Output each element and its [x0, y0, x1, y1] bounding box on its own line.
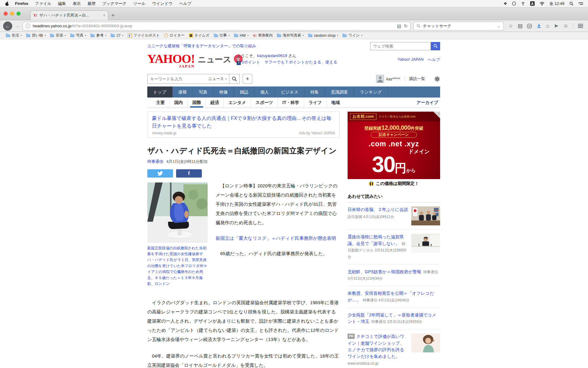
reader-mode-icon[interactable]: ▤	[397, 23, 401, 29]
related-thumbnail[interactable]	[411, 206, 440, 225]
bookmark-folder-wine[interactable]: ワイン▾	[340, 33, 364, 38]
nav-tab-ranking[interactable]: ランキング	[354, 86, 388, 98]
home-icon[interactable]: ⌂	[546, 23, 549, 29]
menu-hamburger-icon[interactable]	[578, 24, 583, 28]
input-source-icon[interactable]: A	[530, 1, 535, 6]
ad-info-icon[interactable]: i	[433, 112, 440, 118]
menubar-item-file[interactable]: ファイル	[32, 1, 55, 6]
menubar-item-view[interactable]: 表示	[70, 1, 84, 6]
facebook-share-button[interactable]: f	[176, 169, 202, 178]
menubar-item-history[interactable]: 履歴	[84, 1, 99, 6]
add-search-button[interactable]: +	[243, 74, 252, 84]
menubar-item-help[interactable]: ヘルプ	[176, 1, 195, 6]
photo-caption[interactable]: 新国立競技場の白紙撤回された当初案を手掛けた英国の女性建築家ザハ・ハディド氏が３…	[147, 245, 208, 287]
subnav-life[interactable]: ライフ	[304, 98, 327, 108]
subnav-international[interactable]: 国際	[188, 98, 206, 108]
related-link[interactable]: 日米韓の首脳、２年ぶりに会談	[348, 207, 408, 212]
subnav-economy[interactable]: 経済	[206, 98, 224, 108]
window-zoom-button[interactable]	[17, 12, 21, 16]
yahoo-news-logo[interactable]: YAHOO!JAPAN ニュース 20	[147, 53, 243, 69]
user-id[interactable]: kaz*****	[386, 77, 400, 81]
related-thumbnail[interactable]	[411, 234, 440, 253]
twitter-share-button[interactable]	[147, 169, 173, 178]
related-link[interactable]: 北朝鮮、GPS妨害か＝韓国政府が警報	[348, 269, 421, 274]
url-bar[interactable]: i headlines.yahoo.co.jp/hl?a=20160401-00…	[23, 22, 411, 30]
nav-tab-magazine[interactable]: 雑誌	[234, 86, 254, 98]
reload-icon[interactable]: ↻	[404, 23, 408, 29]
bookmark-times[interactable]: タイムズ	[187, 33, 212, 38]
nav-tab-video[interactable]: 映像	[213, 86, 234, 98]
subnav-main[interactable]: 主要	[152, 98, 170, 108]
sidebar-ad-banner[interactable]: お名前.com ドメイン取るならお名前.com i 登録実績12,000,000…	[348, 112, 440, 188]
downloads-icon[interactable]	[537, 24, 541, 29]
search-category-dropdown[interactable]: ニュース▾	[206, 76, 229, 82]
new-tab-button[interactable]: +	[108, 11, 118, 20]
news-search-input[interactable]	[148, 77, 206, 81]
avatar[interactable]	[376, 75, 384, 83]
bookmark-folder-27[interactable]: 27▾	[108, 33, 125, 38]
wifi-icon[interactable]	[540, 2, 545, 6]
bookmark-folder-work[interactable]: 仕事▾	[212, 33, 232, 38]
bookmark-folder-reference[interactable]: 参考▾	[88, 33, 108, 38]
tab-close-icon[interactable]: ×	[103, 13, 105, 18]
bookmark-star-icon[interactable]: ☆	[508, 23, 513, 29]
points-link[interactable]: 0ポイント	[242, 60, 260, 64]
notification-center-icon[interactable]	[579, 2, 583, 5]
nav-tab-photo[interactable]: 写真	[193, 86, 213, 98]
article-photo[interactable]	[147, 182, 208, 243]
bookmark-folder-photo[interactable]: 写真▾	[68, 33, 88, 38]
bookmark-reuters[interactable]: ロイター	[162, 33, 187, 38]
archive-link[interactable]: アーカイブ	[417, 100, 438, 105]
nav-tab-personal[interactable]: 個人	[254, 86, 275, 98]
bookmark-filepost[interactable]: Fファイルポスト	[126, 33, 162, 38]
subnav-entertainment[interactable]: エンタメ	[224, 98, 251, 108]
subnav-sports[interactable]: スポーツ	[251, 98, 278, 108]
menubar-item-bookmarks[interactable]: ブックマーク	[99, 1, 130, 6]
menubar-clock[interactable]: 金 12:49	[549, 1, 564, 6]
browser-search-bar[interactable]: チャットサーク →	[413, 22, 504, 30]
bookmark-folder-photographers[interactable]: 海外写真家▾	[275, 33, 306, 38]
back-button[interactable]: ←	[3, 21, 12, 31]
gear-icon[interactable]	[434, 76, 440, 82]
subscriptions-link[interactable]: 購読一覧	[409, 76, 425, 82]
nav-tab-feature[interactable]: 特集	[304, 86, 325, 98]
apple-icon[interactable]	[5, 1, 9, 6]
web-search-input[interactable]	[370, 42, 431, 50]
dropbox-icon[interactable]: ❖	[503, 1, 507, 6]
window-minimize-button[interactable]	[10, 12, 14, 16]
subnav-it-science[interactable]: IT・科学	[278, 98, 304, 108]
bookmark-folder-music[interactable]: 音楽▾	[48, 33, 68, 38]
menubar-item-firefox[interactable]: Firefox	[12, 1, 32, 6]
reading-list-icon[interactable]: ▤	[518, 23, 522, 29]
help-link[interactable]: ヘルプ	[428, 57, 440, 63]
browser-tab[interactable]: Y! ザハ・ハディド氏死去＝白... ×	[30, 10, 108, 20]
search-go-icon[interactable]: →	[496, 23, 501, 29]
share-icon[interactable]	[554, 24, 559, 28]
points-note-link[interactable]: ヤフーでもＴポイントがたまる、使える	[264, 60, 337, 64]
bookmark-folder-hw[interactable]: HW▾	[232, 33, 251, 38]
pr-thumbnail[interactable]	[411, 333, 440, 352]
subnav-domestic[interactable]: 国内	[170, 98, 188, 108]
menubar-item-tools[interactable]: ツール	[130, 1, 149, 6]
web-search-button[interactable]	[431, 42, 440, 50]
site-info-icon[interactable]: i	[26, 24, 30, 28]
creative-cloud-icon[interactable]	[512, 2, 516, 6]
nav-tab-survey[interactable]: 意識調査	[325, 86, 354, 98]
pr-link[interactable]: クチコミで評価が高いワイン｜老舗ワインショップ、エノテカで抜群の評判を誇るワイン…	[348, 334, 404, 359]
menubar-item-window[interactable]: ウインドウ	[149, 1, 176, 6]
nav-tab-flash[interactable]: 速報	[172, 86, 193, 98]
yahoo-japan-link[interactable]: Yahoo! JAPAN	[398, 57, 424, 63]
related-link[interactable]: 選抜出場校に怒鳴った滋賀県議、会見で「謝罪しない」	[348, 234, 404, 246]
window-close-button[interactable]	[4, 12, 8, 16]
forward-button[interactable]: →	[15, 23, 20, 29]
bookmark-folder-life[interactable]: 生活▾	[4, 33, 24, 38]
bookmark-folder-shopping[interactable]: 買い物▾	[24, 33, 48, 38]
nav-tab-top[interactable]: トップ	[147, 86, 172, 98]
feedback-smiley-icon[interactable]: ☺	[563, 23, 568, 29]
pocket-icon[interactable]	[527, 24, 532, 29]
menubar-item-edit[interactable]: 編集	[55, 1, 70, 6]
bookmark-transit[interactable]: Y!乗換案内	[251, 33, 275, 38]
username-link[interactable]: kazuyaotani0619	[257, 53, 287, 58]
subnav-region[interactable]: 地域	[327, 98, 345, 108]
article-source-link[interactable]: 時事通信	[147, 159, 163, 164]
